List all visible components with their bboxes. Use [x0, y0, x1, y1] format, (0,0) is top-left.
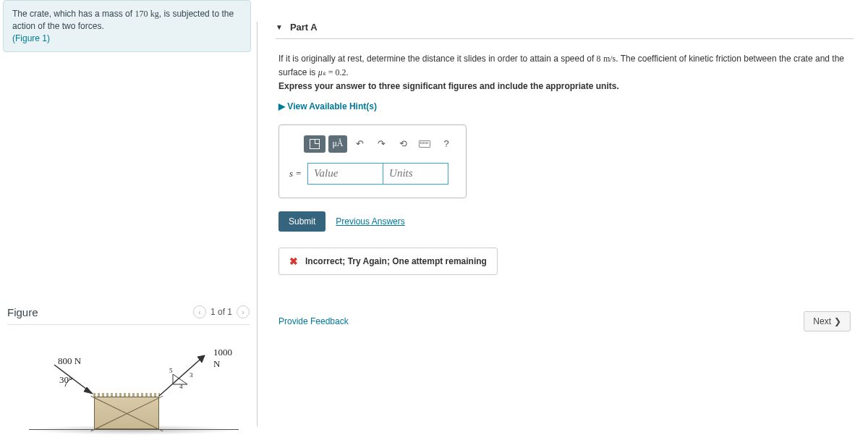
question-text: If it is originally at rest, determine t…: [276, 52, 854, 94]
incorrect-icon: ✖: [289, 255, 298, 267]
triangle-opp: 3: [190, 371, 193, 379]
feedback-message: ✖ Incorrect; Try Again; One attempt rema…: [278, 248, 498, 275]
problem-mass-unit: kg: [150, 9, 159, 19]
redo-icon[interactable]: ↷: [372, 135, 391, 153]
collapse-part-icon[interactable]: ▼: [276, 23, 283, 31]
template-tool-icon[interactable]: [304, 135, 326, 153]
provide-feedback-link[interactable]: Provide Feedback: [278, 316, 349, 326]
part-label: Part A: [290, 22, 318, 33]
problem-mass: 170: [135, 9, 148, 19]
undo-icon[interactable]: ↶: [350, 135, 369, 153]
figure-title: Figure: [7, 306, 38, 318]
answer-box: μÅ ↶ ↷ ⟲ ? s =: [278, 124, 467, 198]
problem-text-pre: The crate, which has a mass of: [12, 9, 135, 19]
figure-diagram: 800 N 30° 1000 N 5 3 4: [29, 347, 239, 441]
value-input[interactable]: [307, 163, 383, 185]
angle-left-label: 30°: [59, 374, 72, 386]
next-button[interactable]: Next❯: [804, 311, 851, 331]
figure-next-button[interactable]: ›: [237, 305, 250, 318]
keyboard-icon[interactable]: [415, 135, 434, 153]
reset-icon[interactable]: ⟲: [393, 135, 412, 153]
variable-label: s =: [289, 168, 302, 179]
force-left-label: 800 N: [58, 355, 81, 367]
previous-answers-link[interactable]: Previous Answers: [336, 216, 404, 227]
submit-button[interactable]: Submit: [278, 211, 326, 232]
chevron-right-icon: ❯: [834, 316, 841, 326]
view-hints-button[interactable]: ▶ View Available Hint(s): [278, 101, 854, 111]
units-tool-button[interactable]: μÅ: [328, 135, 347, 153]
answer-instruction: Express your answer to three significant…: [278, 81, 619, 91]
figure-link[interactable]: (Figure 1): [12, 33, 50, 43]
units-input[interactable]: [383, 163, 448, 185]
help-icon[interactable]: ?: [437, 135, 456, 153]
problem-statement: The crate, which has a mass of 170 kg, i…: [3, 0, 251, 52]
triangle-hyp: 5: [169, 367, 173, 374]
figure-pager: 1 of 1: [210, 307, 232, 317]
figure-prev-button[interactable]: ‹: [193, 305, 206, 318]
force-right-label: 1000 N: [213, 347, 239, 370]
triangle-adj: 4: [179, 383, 183, 390]
